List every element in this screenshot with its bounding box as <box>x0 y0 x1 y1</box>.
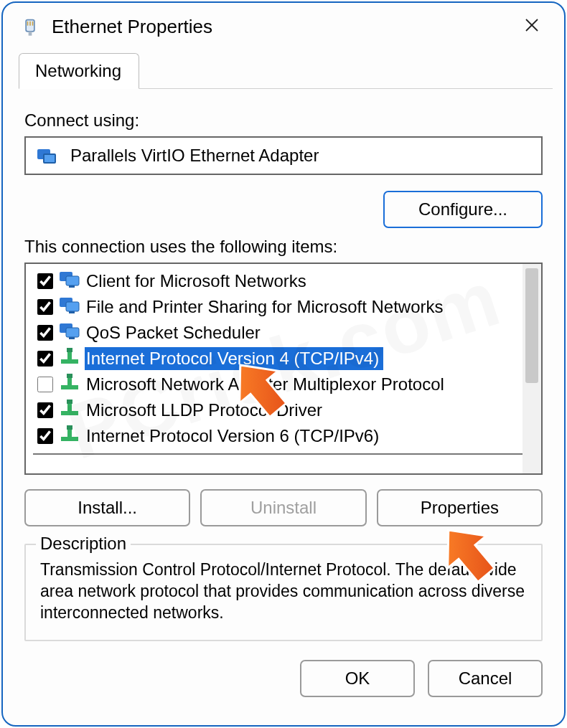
titlebar: Ethernet Properties <box>3 3 564 48</box>
network-protocol-icon <box>59 398 85 422</box>
list-item-label: Internet Protocol Version 4 (TCP/IPv4) <box>85 347 383 370</box>
svg-rect-30 <box>67 425 72 430</box>
list-item-checkbox[interactable] <box>37 273 53 289</box>
list-item[interactable]: Internet Protocol Version 4 (TCP/IPv4) <box>33 346 523 372</box>
dialog-window: Ethernet Properties Networking Connect u… <box>1 1 566 727</box>
install-button[interactable]: Install... <box>24 489 190 526</box>
scrollbar-thumb[interactable] <box>525 268 538 383</box>
list-item-checkbox[interactable] <box>37 402 53 418</box>
list-item-label: Internet Protocol Version 6 (TCP/IPv6) <box>85 425 383 448</box>
tabstrip: Networking <box>19 52 553 89</box>
svg-rect-19 <box>61 359 78 364</box>
connect-using-label: Connect using: <box>24 110 543 131</box>
list-item-checkbox[interactable] <box>37 299 53 315</box>
ok-button[interactable]: OK <box>300 660 415 697</box>
network-protocol-icon <box>59 424 85 448</box>
adapter-name: Parallels VirtIO Ethernet Adapter <box>70 146 319 166</box>
window-title: Ethernet Properties <box>52 16 212 38</box>
svg-rect-11 <box>66 276 79 285</box>
svg-rect-1 <box>29 31 32 35</box>
svg-rect-18 <box>69 337 75 339</box>
cancel-button[interactable]: Cancel <box>428 660 543 697</box>
description-group-label: Description <box>36 534 131 554</box>
list-item[interactable]: Internet Protocol Version 6 (TCP/IPv6) <box>33 423 523 449</box>
svg-rect-27 <box>67 400 72 404</box>
network-protocol-icon <box>59 346 85 371</box>
items-list-label: This connection uses the following items… <box>24 237 543 257</box>
list-item-label: Client for Microsoft Networks <box>85 270 311 293</box>
svg-rect-17 <box>66 328 79 337</box>
list-divider <box>33 453 523 466</box>
list-item-label: Microsoft Network Adapter Multiplexor Pr… <box>85 373 449 396</box>
configure-button[interactable]: Configure... <box>383 191 543 228</box>
list-item-label: QoS Packet Scheduler <box>85 321 265 344</box>
list-item-checkbox[interactable] <box>37 351 53 367</box>
svg-rect-21 <box>67 348 72 352</box>
list-item[interactable]: Client for Microsoft Networks <box>33 268 523 294</box>
list-item-checkbox[interactable] <box>37 325 53 341</box>
uninstall-button: Uninstall <box>200 489 366 526</box>
properties-button[interactable]: Properties <box>377 489 543 526</box>
list-item[interactable]: Microsoft LLDP Protocol Driver <box>33 397 523 423</box>
monitor-icon <box>59 295 85 319</box>
svg-rect-25 <box>61 411 78 415</box>
tab-networking[interactable]: Networking <box>19 53 139 89</box>
svg-rect-22 <box>61 385 78 389</box>
svg-rect-9 <box>44 155 55 162</box>
svg-rect-12 <box>69 285 75 288</box>
svg-rect-15 <box>69 311 75 313</box>
description-text: Transmission Control Protocol/Internet P… <box>40 559 527 624</box>
list-item-checkbox[interactable] <box>37 428 53 444</box>
list-item[interactable]: QoS Packet Scheduler <box>33 320 523 346</box>
description-group: Description Transmission Control Protoco… <box>24 544 543 641</box>
svg-rect-14 <box>66 302 79 311</box>
items-listbox: Client for Microsoft Networks File and P… <box>24 263 543 475</box>
list-item[interactable]: Microsoft Network Adapter Multiplexor Pr… <box>33 372 523 397</box>
list-item-label: Microsoft LLDP Protocol Driver <box>85 399 327 422</box>
list-item[interactable]: File and Printer Sharing for Microsoft N… <box>33 294 523 320</box>
list-item-label: File and Printer Sharing for Microsoft N… <box>85 296 448 318</box>
monitor-icon <box>59 321 85 345</box>
monitor-icon <box>59 269 85 293</box>
svg-rect-28 <box>61 437 78 441</box>
close-icon <box>524 17 540 33</box>
close-button[interactable] <box>515 13 548 41</box>
list-item-checkbox[interactable] <box>37 377 53 392</box>
scrollbar[interactable] <box>523 264 541 473</box>
network-protocol-icon <box>59 372 85 397</box>
network-adapter-icon <box>36 145 60 166</box>
ethernet-plug-icon <box>20 17 40 37</box>
adapter-field[interactable]: Parallels VirtIO Ethernet Adapter <box>24 136 543 175</box>
svg-rect-24 <box>67 374 72 378</box>
